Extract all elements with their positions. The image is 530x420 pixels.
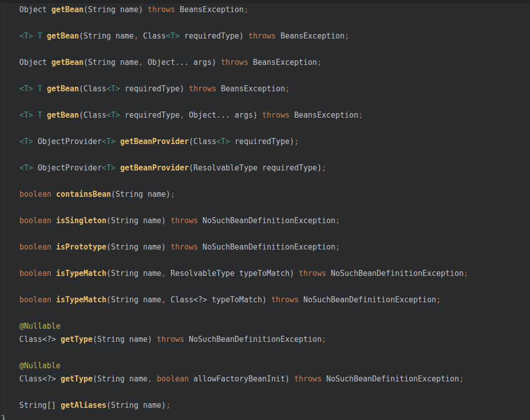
code-token: ; [344,31,349,41]
code-token: getBean [47,31,79,41]
code-token: isSingleton [56,216,106,225]
code-token: , [138,58,143,67]
code-token: Object [1,5,51,14]
code-token [1,361,19,370]
code-token: Class<?> [1,374,60,383]
code-line-7[interactable] [1,95,530,109]
code-token: throws [189,84,216,93]
code-token [33,84,38,93]
code-token: ; [322,163,326,172]
code-editor[interactable]: Object getBean(String name) throws Beans… [0,0,530,420]
code-line-28[interactable]: Class<?> getType(String name, boolean al… [1,372,530,386]
code-token: ; [436,295,441,304]
code-token: <T> [19,137,33,146]
code-line-1[interactable] [1,16,530,29]
code-token: throws [170,242,198,252]
code-token: boolean [157,374,189,383]
code-line-25[interactable]: Class<?> getType(String name) throws NoS… [1,333,530,346]
code-token: (String name) [107,216,170,225]
code-token: (String name [93,374,148,383]
code-token: throws [148,5,175,14]
code-token: allowFactoryBeanInit) [189,374,294,383]
code-line-26[interactable] [1,346,530,359]
code-token [1,84,19,93]
code-token [42,31,47,41]
code-line-24[interactable]: @Nullable [1,320,530,333]
code-area[interactable]: Object getBean(String name) throws Beans… [1,3,530,420]
code-token: throws [170,216,198,225]
code-token: @Nullable [19,361,60,370]
code-line-10[interactable]: <T> ObjectProvider<T> getBeanProvider(Cl… [1,135,530,148]
code-line-4[interactable]: Object getBean(String name, Object... ar… [1,56,530,69]
code-token: containsBean [56,190,111,199]
code-token: throws [262,111,290,120]
code-token [33,31,38,41]
code-token: isTypeMatch [56,295,106,304]
code-token: (String name) [107,242,170,252]
code-token: (String name [107,295,161,304]
code-line-6[interactable]: <T> T getBean(Class<T> requiredType) thr… [1,82,530,95]
code-token: getBean [51,5,83,14]
code-line-22[interactable]: boolean isTypeMatch(String name, Class<?… [1,293,530,306]
code-token: requiredType) [230,137,294,146]
code-line-0[interactable]: Object getBean(String name) throws Beans… [1,3,530,16]
code-token: boolean [19,190,51,199]
code-token [1,190,19,199]
code-line-20[interactable]: boolean isTypeMatch(String name, Resolva… [1,267,530,280]
code-line-23[interactable] [1,306,530,320]
code-line-8[interactable]: <T> T getBean(Class<T> requiredType, Obj… [1,109,530,122]
code-token: ; [335,216,340,225]
code-token: boolean [19,216,51,225]
code-token: (String name) [84,5,148,14]
code-token: (Class [79,111,107,120]
code-token: getBean [47,84,79,93]
code-line-9[interactable] [1,122,530,135]
code-line-2[interactable]: <T> T getBean(String name, Class<T> requ… [1,29,530,43]
code-line-27[interactable]: @Nullable [1,359,530,372]
code-token: } [1,414,6,420]
code-token: throws [157,335,184,344]
code-token: (Class [79,84,107,93]
code-line-5[interactable] [1,69,530,82]
code-line-16[interactable]: boolean isSingleton(String name) throws … [1,214,530,227]
code-token [152,374,157,383]
code-token: , [161,269,166,278]
code-token: Class<?> [1,335,60,344]
code-token: String[] [1,401,60,410]
code-token: <T> [107,111,120,120]
code-line-21[interactable] [1,280,530,293]
code-line-3[interactable] [1,43,530,56]
code-token: ObjectProvider [33,137,101,146]
code-token [1,295,19,304]
code-line-18[interactable]: boolean isPrototype(String name) throws … [1,240,530,254]
code-line-17[interactable] [1,227,530,240]
code-token: (String name) [93,335,157,344]
code-token: <T> [19,84,33,93]
code-token: requiredType [120,111,180,120]
code-token: boolean [19,242,51,252]
code-line-14[interactable]: boolean containsBean(String name); [1,188,530,201]
code-token: <T> [19,163,33,172]
code-line-31[interactable]: } [1,412,530,420]
code-token: <T> [19,31,33,41]
code-token: ; [244,5,249,14]
code-line-15[interactable] [1,201,530,214]
code-token: ObjectProvider [33,163,101,172]
code-line-29[interactable] [1,386,530,399]
editor-top-border [0,0,530,3]
code-token: NoSuchBeanDefinitionException [184,335,322,344]
code-token [42,111,47,120]
code-token [1,242,19,252]
code-token: Object... args) [184,111,262,120]
code-line-30[interactable]: String[] getAliases(String name); [1,399,530,412]
code-token: ; [464,269,468,278]
code-line-13[interactable] [1,174,530,188]
code-token: ; [166,401,170,410]
code-token: <T> [166,31,180,41]
code-token [1,31,19,41]
code-token: BeansException [276,31,344,41]
code-line-19[interactable] [1,254,530,267]
code-token: NoSuchBeanDefinitionException [326,269,464,278]
code-line-12[interactable]: <T> ObjectProvider<T> getBeanProvider(Re… [1,161,530,174]
code-line-11[interactable] [1,148,530,161]
